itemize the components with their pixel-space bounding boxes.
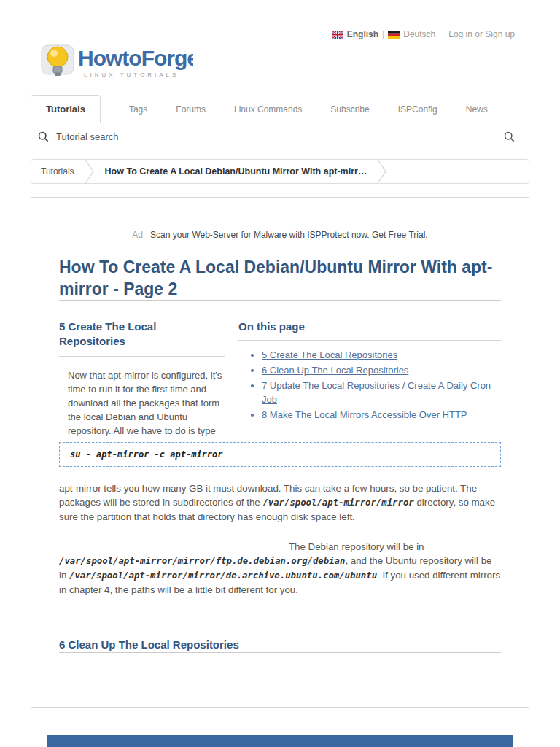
search-icon	[38, 131, 49, 142]
topbar: English | Deutsch Log in or Sign up	[332, 29, 515, 39]
nav-link-subscribe[interactable]: Subscribe	[330, 96, 369, 123]
section6-heading: 6 Clean Up The Local Repositories	[59, 638, 501, 652]
breadcrumb-chevron-icon	[84, 159, 96, 184]
toc-link-section8[interactable]: 8 Make The Local Mirrors Accessible Over…	[262, 409, 467, 420]
breadcrumb-chevron-icon	[376, 159, 388, 184]
search-submit-icon[interactable]	[504, 131, 515, 142]
nav-link-news[interactable]: News	[466, 96, 488, 123]
footer-bar	[47, 735, 513, 747]
breadcrumb: Tutorials How To Create A Local Debian/U…	[31, 159, 529, 184]
ad-banner[interactable]: AdScan your Web-Server for Malware with …	[59, 230, 501, 240]
logo-wordmark: HowtoForge	[78, 46, 193, 70]
nav-link-ispconfig[interactable]: ISPConfig	[398, 96, 438, 123]
article-card: AdScan your Web-Server for Malware with …	[31, 197, 529, 708]
search-input[interactable]	[56, 131, 504, 142]
nav-link-linux-commands[interactable]: Linux Commands	[234, 96, 302, 123]
code-block-command: su - apt-mirror -c apt-mirror	[59, 442, 501, 467]
inline-path-mirror-dir: /var/spool/apt-mirror/mirror	[262, 498, 413, 508]
ad-label: Ad	[132, 230, 143, 240]
on-this-page-column: On this page 5 Create The Local Reposito…	[238, 320, 501, 438]
logo-tagline: LINUX TUTORIALS	[84, 71, 179, 78]
ad-text[interactable]: Scan your Web-Server for Malware with IS…	[150, 230, 428, 240]
toc-item: 8 Make The Local Mirrors Accessible Over…	[262, 408, 501, 422]
breadcrumb-tutorials[interactable]: Tutorials	[31, 166, 84, 177]
section5-column: 5 Create The Local Repositories Now that…	[59, 320, 225, 438]
site-header: HowtoForge LINUX TUTORIALS	[0, 0, 560, 86]
section5-heading: 5 Create The Local Repositories	[59, 320, 225, 349]
paragraph-repo-paths: The Debian repository will be in /var/sp…	[59, 540, 501, 597]
breadcrumb-current-page: How To Create A Local Debian/Ubuntu Mirr…	[96, 166, 377, 177]
toc-list: 5 Create The Local Repositories 6 Clean …	[262, 348, 501, 422]
toc-link-section5[interactable]: 5 Create The Local Repositories	[262, 349, 397, 360]
nav-link-forums[interactable]: Forums	[176, 96, 206, 123]
howtoforge-logo[interactable]: HowtoForge LINUX TUTORIALS	[40, 38, 193, 83]
section5-divider	[59, 356, 225, 357]
main-nav: Tutorials Tags Forums Linux Commands Sub…	[0, 95, 560, 123]
toc-link-section7[interactable]: 7 Update The Local Repositories / Create…	[262, 380, 491, 405]
paragraph-download-size: apt-mirror tells you how many GB it must…	[59, 481, 501, 524]
language-deutsch-link[interactable]: Deutsch	[403, 29, 435, 39]
toc-divider	[238, 340, 501, 341]
page-title: How To Create A Local Debian/Ubuntu Mirr…	[59, 256, 501, 300]
toc-item: 7 Update The Local Repositories / Create…	[262, 379, 501, 406]
search-bar	[0, 123, 560, 150]
toc-item: 5 Create The Local Repositories	[262, 348, 501, 362]
toc-link-section6[interactable]: 6 Clean Up The Local Repositories	[262, 365, 408, 376]
inline-path-ubuntu-repo: /var/spool/apt-mirror/mirror/de.archive.…	[69, 570, 377, 581]
language-separator: |	[382, 29, 384, 39]
section5-intro: Now that apt-mirror is configured, it's …	[59, 368, 225, 438]
paragraph-text: The Debian repository will be in	[289, 541, 424, 552]
toc-item: 6 Clean Up The Local Repositories	[262, 363, 501, 377]
language-english-link[interactable]: English	[347, 29, 378, 39]
nav-tab-tutorials[interactable]: Tutorials	[31, 95, 101, 123]
section6-divider	[59, 652, 501, 653]
login-signup-link[interactable]: Log in or Sign up	[448, 29, 515, 39]
title-divider	[59, 300, 501, 301]
nav-link-tags[interactable]: Tags	[129, 96, 147, 123]
toc-heading: On this page	[238, 320, 501, 334]
inline-path-debian-repo: /var/spool/apt-mirror/mirror/ftp.de.debi…	[59, 556, 345, 566]
language-switcher: English | Deutsch	[332, 29, 436, 39]
german-flag-icon	[388, 31, 400, 39]
uk-flag-icon	[332, 31, 343, 39]
two-column-section: 5 Create The Local Repositories Now that…	[59, 320, 501, 438]
